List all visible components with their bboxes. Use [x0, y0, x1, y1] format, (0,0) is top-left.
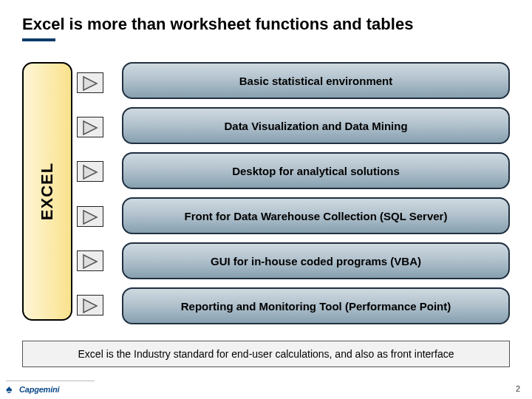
- arrow-icon: [77, 250, 103, 271]
- svg-marker-4: [83, 255, 97, 268]
- brand-logo: ♠ Capgemini: [6, 384, 59, 395]
- svg-marker-3: [83, 211, 97, 224]
- excel-source-box: EXCEL: [22, 62, 72, 321]
- capability-item: Desktop for analytical solutions: [122, 152, 510, 189]
- arrows-column: [77, 64, 117, 324]
- logo-divider: [6, 381, 95, 381]
- svg-marker-0: [83, 77, 97, 90]
- arrow-icon: [77, 72, 103, 93]
- capability-item: Front for Data Warehouse Collection (SQL…: [122, 197, 510, 234]
- capability-item: Reporting and Monitoring Tool (Performan…: [122, 287, 510, 324]
- spade-icon: ♠: [6, 384, 16, 395]
- arrow-icon: [77, 161, 103, 182]
- capability-item: GUI for in-house coded programs (VBA): [122, 242, 510, 279]
- slide: Excel is more than worksheet functions a…: [0, 0, 532, 399]
- arrow-icon: [77, 295, 103, 316]
- slide-title: Excel is more than worksheet functions a…: [22, 15, 510, 34]
- page-number: 2: [516, 384, 520, 393]
- capability-item: Data Visualization and Data Mining: [122, 107, 510, 144]
- svg-marker-5: [83, 299, 97, 313]
- main-content-row: EXCEL Basic statistical environmen: [22, 64, 510, 324]
- title-underline: [22, 38, 55, 41]
- items-column: Basic statistical environment Data Visua…: [122, 62, 510, 324]
- excel-label: EXCEL: [38, 163, 57, 220]
- arrow-icon: [77, 206, 103, 227]
- svg-marker-1: [83, 121, 97, 134]
- svg-marker-2: [83, 166, 97, 179]
- capability-item: Basic statistical environment: [122, 62, 510, 99]
- footer-callout: Excel is the Industry standard for end-u…: [22, 341, 510, 367]
- logo-text: Capgemini: [19, 385, 59, 394]
- arrow-icon: [77, 117, 103, 137]
